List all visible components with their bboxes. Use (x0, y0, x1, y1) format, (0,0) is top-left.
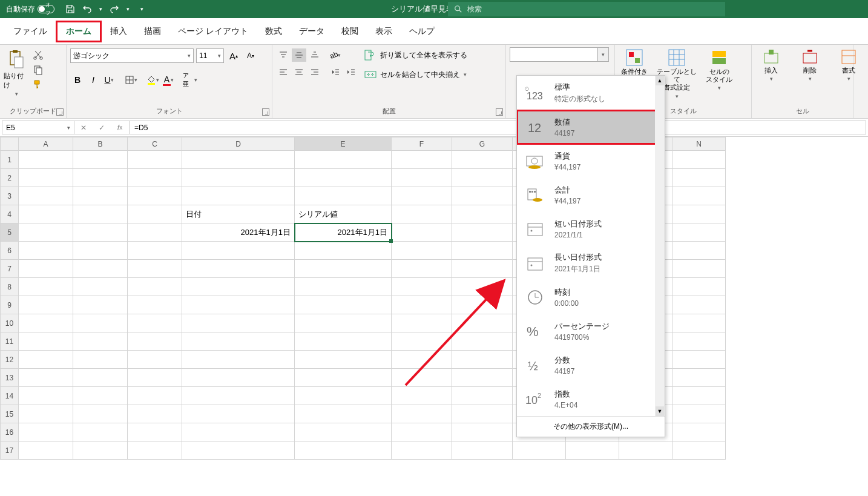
orientation-button[interactable]: ab▾ (328, 48, 343, 62)
cell-G9[interactable] (452, 296, 513, 314)
undo-dropdown-icon[interactable]: ▾ (99, 6, 102, 12)
tab-データ[interactable]: データ (291, 22, 333, 41)
format-cells-button[interactable]: 書式▾ (833, 48, 864, 82)
undo-icon[interactable] (82, 4, 92, 14)
cell-K17[interactable] (513, 441, 566, 460)
delete-cells-button[interactable]: 削除▾ (794, 48, 826, 82)
cell-N8[interactable] (672, 278, 726, 296)
col-header-B[interactable]: B (73, 137, 128, 151)
cell-C4[interactable] (128, 205, 182, 223)
cell-B11[interactable] (73, 332, 128, 351)
cell-E1[interactable] (295, 151, 392, 169)
cut-icon[interactable] (33, 50, 44, 61)
cell-F11[interactable] (392, 332, 452, 351)
row-header-9[interactable]: 9 (1, 296, 19, 314)
save-icon[interactable] (65, 4, 75, 14)
cell-A13[interactable] (19, 369, 73, 387)
format-option-分数[interactable]: ½分数44197 (517, 348, 665, 382)
align-center-icon[interactable] (292, 65, 306, 79)
row-header-5[interactable]: 5 (1, 223, 19, 242)
cell-F9[interactable] (392, 296, 452, 314)
cell-D17[interactable] (182, 441, 295, 460)
cell-D14[interactable] (182, 387, 295, 405)
enter-formula-icon[interactable]: ✓ (93, 124, 111, 132)
col-header-N[interactable]: N (672, 137, 726, 151)
align-right-icon[interactable] (307, 65, 322, 79)
increase-font-icon[interactable]: A▴ (226, 48, 241, 63)
cell-F8[interactable] (392, 278, 452, 296)
row-header-3[interactable]: 3 (1, 187, 19, 205)
cell-A10[interactable] (19, 314, 73, 332)
cell-N5[interactable] (672, 223, 726, 242)
tab-表示[interactable]: 表示 (367, 22, 401, 41)
more-number-formats[interactable]: その他の表示形式(M)... (517, 416, 665, 437)
cell-D15[interactable] (182, 405, 295, 423)
fill-color-button[interactable]: ▾ (145, 73, 160, 87)
insert-cells-button[interactable]: 挿入▾ (755, 48, 787, 82)
cell-A17[interactable] (19, 441, 73, 460)
tab-ページ レイアウト[interactable]: ページ レイアウト (169, 22, 257, 41)
cell-D12[interactable] (182, 351, 295, 369)
cell-F14[interactable] (392, 387, 452, 405)
cell-A1[interactable] (19, 151, 73, 169)
cell-D16[interactable] (182, 423, 295, 441)
tab-ホーム[interactable]: ホーム (56, 21, 102, 42)
cell-G17[interactable] (452, 441, 513, 460)
cell-B5[interactable] (73, 223, 128, 242)
cell-G7[interactable] (452, 260, 513, 278)
cell-B8[interactable] (73, 278, 128, 296)
col-header-F[interactable]: F (392, 137, 452, 151)
format-option-標準[interactable]: ⏲123標準特定の形式なし (517, 76, 665, 110)
bold-button[interactable]: B (70, 73, 85, 87)
cell-E9[interactable] (295, 296, 392, 314)
cell-C6[interactable] (128, 242, 182, 260)
cell-N12[interactable] (672, 351, 726, 369)
cell-B14[interactable] (73, 387, 128, 405)
cell-A15[interactable] (19, 405, 73, 423)
cell-E2[interactable] (295, 169, 392, 187)
cell-B7[interactable] (73, 260, 128, 278)
cell-B4[interactable] (73, 205, 128, 223)
cell-F16[interactable] (392, 423, 452, 441)
cell-C2[interactable] (128, 169, 182, 187)
cell-C11[interactable] (128, 332, 182, 351)
row-header-12[interactable]: 12 (1, 351, 19, 369)
cell-E17[interactable] (295, 441, 392, 460)
decrease-indent-icon[interactable] (328, 65, 343, 79)
row-header-7[interactable]: 7 (1, 260, 19, 278)
cancel-formula-icon[interactable]: ✕ (74, 124, 93, 132)
cell-A5[interactable] (19, 223, 73, 242)
format-option-通貨[interactable]: 通貨¥44,197 (517, 144, 665, 178)
cell-N3[interactable] (672, 187, 726, 205)
cell-N9[interactable] (672, 296, 726, 314)
cell-B1[interactable] (73, 151, 128, 169)
cell-G2[interactable] (452, 169, 513, 187)
cell-N6[interactable] (672, 242, 726, 260)
cell-N1[interactable] (672, 151, 726, 169)
cell-E12[interactable] (295, 351, 392, 369)
cell-N17[interactable] (672, 441, 726, 460)
tab-校閲[interactable]: 校閲 (333, 22, 367, 41)
format-painter-icon[interactable] (33, 79, 44, 90)
row-header-17[interactable]: 17 (1, 441, 19, 460)
cell-C10[interactable] (128, 314, 182, 332)
cell-D10[interactable] (182, 314, 295, 332)
row-header-11[interactable]: 11 (1, 332, 19, 351)
cell-A8[interactable] (19, 278, 73, 296)
align-middle-icon[interactable] (292, 48, 306, 62)
cell-A16[interactable] (19, 423, 73, 441)
cell-E16[interactable] (295, 423, 392, 441)
cell-C17[interactable] (128, 441, 182, 460)
cell-C8[interactable] (128, 278, 182, 296)
cell-C14[interactable] (128, 387, 182, 405)
cell-N11[interactable] (672, 332, 726, 351)
cell-E13[interactable] (295, 369, 392, 387)
cell-F2[interactable] (392, 169, 452, 187)
col-header-G[interactable]: G (452, 137, 513, 151)
dialog-launcher-icon[interactable] (262, 108, 269, 116)
cell-A2[interactable] (19, 169, 73, 187)
cell-A6[interactable] (19, 242, 73, 260)
cell-G12[interactable] (452, 351, 513, 369)
font-color-button[interactable]: A▾ (161, 73, 176, 87)
dialog-launcher-icon[interactable] (56, 108, 64, 116)
